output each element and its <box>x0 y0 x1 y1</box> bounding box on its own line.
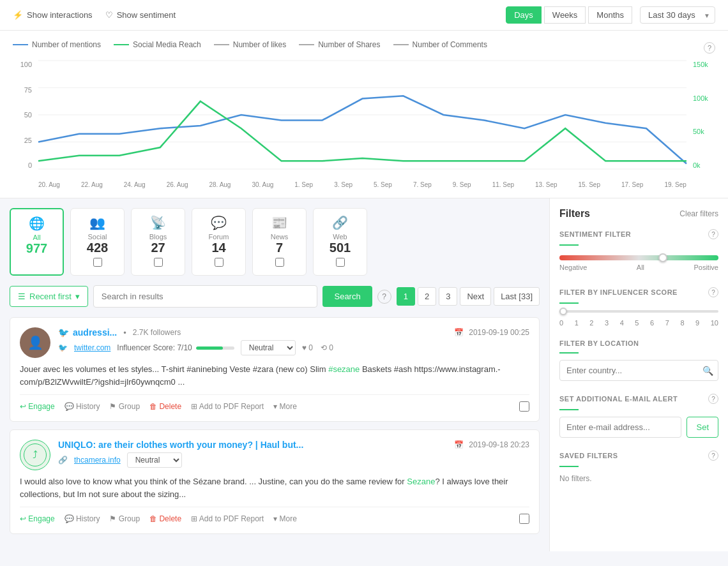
result-1-delete-button[interactable]: 🗑 Delete <box>149 402 181 411</box>
sort-button[interactable]: ☰ Recent first ▾ <box>10 286 88 307</box>
page-next-button[interactable]: Next <box>460 287 491 306</box>
location-filter-header: FILTER BY LOCATION <box>559 339 718 347</box>
date-range-select[interactable]: Last 30 days <box>640 6 715 24</box>
search-button[interactable]: Search <box>322 286 372 307</box>
result-2-pdf-button[interactable]: ⊞ Add to PDF Report <box>191 514 264 523</box>
email-filter-label: SET ADDITIONAL E-MAIL ALERT <box>559 395 678 403</box>
date-range-wrap: Last 30 days <box>640 6 715 24</box>
source-web-count: 501 <box>323 241 357 255</box>
source-social-count: 428 <box>80 241 114 255</box>
left-panel: 🌐 All 977 👥 Social 428 📡 Blogs 27 💬 Foru… <box>0 198 549 551</box>
chart-help-icon[interactable]: ? <box>704 42 715 54</box>
heart-icon: ♡ <box>105 10 113 20</box>
result-1-engage-button[interactable]: ↩ Engage <box>20 402 55 411</box>
result-2-delete-button[interactable]: 🗑 Delete <box>149 514 181 523</box>
page-1-button[interactable]: 1 <box>397 287 415 306</box>
influencer-filter-header: FILTER BY INFLUENCER SCORE ? <box>559 287 718 297</box>
show-interactions-button[interactable]: ⚡ Show interactions <box>13 10 93 20</box>
show-sentiment-button[interactable]: ♡ Show sentiment <box>105 10 176 20</box>
source-news[interactable]: 📰 News 7 <box>252 208 307 276</box>
sentiment-filter-label: SENTIMENT FILTER <box>559 230 631 238</box>
filters-panel: Filters Clear filters SENTIMENT FILTER ?… <box>549 198 728 551</box>
result-1-sezane-link[interactable]: #sezane <box>328 364 360 374</box>
search-input[interactable] <box>93 285 318 308</box>
source-all[interactable]: 🌐 All 977 <box>10 208 64 276</box>
page-2-button[interactable]: 2 <box>418 287 436 306</box>
result-1-more-button[interactable]: ▾ More <box>273 402 297 411</box>
result-2-sezane-link[interactable]: Sezane <box>407 477 435 486</box>
likes-line-color <box>214 44 229 45</box>
result-2-sentiment-select[interactable]: Neutral Positive Negative <box>127 452 182 468</box>
location-input[interactable] <box>559 360 718 381</box>
source-forum-checkbox[interactable] <box>215 258 224 267</box>
search-help-icon[interactable]: ? <box>377 290 391 304</box>
sentiment-labels: Negative All Positive <box>559 264 718 271</box>
result-2-checkbox[interactable] <box>519 514 529 524</box>
months-button[interactable]: Months <box>588 6 632 24</box>
result-1-date: 2019-09-19 00:25 <box>469 328 529 337</box>
interactions-icon: ⚡ <box>13 10 23 20</box>
chart-x-labels: 20. Aug 22. Aug 24. Aug 26. Aug 28. Aug … <box>38 181 686 188</box>
chevron-down-icon: ▾ <box>75 292 80 301</box>
saved-filters-help-icon[interactable]: ? <box>708 451 718 461</box>
result-1-author-left: 🐦 audressi... • 2.7K followers <box>58 327 448 338</box>
result-1-group-button[interactable]: ⚑ Group <box>109 402 140 411</box>
twitter-bird-icon: 🐦 <box>58 327 69 338</box>
result-2-avatar: ⤴ <box>20 440 50 470</box>
source-blogs[interactable]: 📡 Blogs 27 <box>131 208 185 276</box>
result-1-sentiment-select[interactable]: Neutral Positive Negative <box>241 340 296 355</box>
source-web[interactable]: 🔗 Web 501 <box>313 208 367 276</box>
days-button[interactable]: Days <box>506 6 542 24</box>
saved-filters-section: SAVED FILTERS ? No filters. <box>559 451 718 483</box>
result-1-source-link[interactable]: twitter.com <box>74 343 110 352</box>
influencer-labels: 0 1 2 3 4 5 6 7 8 9 10 <box>559 319 718 327</box>
source-filters: 🌐 All 977 👥 Social 428 📡 Blogs 27 💬 Foru… <box>10 208 540 276</box>
influencer-handle[interactable] <box>559 308 567 315</box>
source-social-checkbox[interactable] <box>93 258 102 267</box>
result-1-author-row: 🐦 audressi... • 2.7K followers 📅 2019-09… <box>58 327 529 338</box>
source-forum-count: 14 <box>202 241 236 255</box>
source-all-count: 977 <box>20 241 53 256</box>
email-set-button[interactable]: Set <box>686 417 718 438</box>
forum-icon: 💬 <box>202 215 236 230</box>
news-icon: 📰 <box>262 215 296 230</box>
source-blogs-checkbox[interactable] <box>154 258 163 267</box>
source-social[interactable]: 👥 Social 428 <box>70 208 125 276</box>
page-3-button[interactable]: 3 <box>439 287 457 306</box>
blogs-icon: 📡 <box>141 215 175 230</box>
result-1-date-row: 📅 2019-09-19 00:25 <box>454 328 529 337</box>
chart-svg <box>38 61 686 169</box>
legend-likes: Number of likes <box>214 40 286 49</box>
top-bar-left: ⚡ Show interactions ♡ Show sentiment <box>13 10 176 20</box>
result-1-pdf-button[interactable]: ⊞ Add to PDF Report <box>191 402 264 411</box>
result-2-author-left: UNIQLO: are their clothes worth your mon… <box>58 440 448 450</box>
email-filter-underline <box>559 409 579 410</box>
result-2-group-button[interactable]: ⚑ Group <box>109 514 140 523</box>
result-1-checkbox[interactable] <box>519 401 529 412</box>
sentiment-positive-label: Positive <box>694 264 718 271</box>
result-2-source-link[interactable]: thcamera.info <box>74 456 121 465</box>
result-2-engage-button[interactable]: ↩ Engage <box>20 514 55 523</box>
clear-filters-button[interactable]: Clear filters <box>679 209 718 218</box>
influencer-help-icon[interactable]: ? <box>708 287 718 297</box>
result-1-info: 🐦 audressi... • 2.7K followers 📅 2019-09… <box>58 327 529 355</box>
location-input-wrap: 🔍 <box>559 360 718 381</box>
score-bar <box>196 346 234 350</box>
sentiment-help-icon[interactable]: ? <box>708 229 718 239</box>
email-input[interactable] <box>559 417 681 438</box>
result-2-history-button[interactable]: 💬 History <box>64 514 100 523</box>
page-last-button[interactable]: Last [33] <box>494 287 540 306</box>
source-forum[interactable]: 💬 Forum 14 <box>192 208 246 276</box>
source-news-checkbox[interactable] <box>275 258 284 267</box>
source-blogs-label: Blogs <box>141 233 175 241</box>
sentiment-handle[interactable] <box>658 253 667 262</box>
weeks-button[interactable]: Weeks <box>544 6 586 24</box>
result-2-more-button[interactable]: ▾ More <box>273 514 297 523</box>
top-bar: ⚡ Show interactions ♡ Show sentiment Day… <box>0 0 728 31</box>
legend-reach: Social Media Reach <box>114 40 201 49</box>
email-help-icon[interactable]: ? <box>708 394 718 404</box>
calendar-icon-2: 📅 <box>454 440 464 449</box>
result-1-history-button[interactable]: 💬 History <box>64 402 100 411</box>
source-web-checkbox[interactable] <box>336 258 345 267</box>
sentiment-all-label: All <box>637 264 644 271</box>
